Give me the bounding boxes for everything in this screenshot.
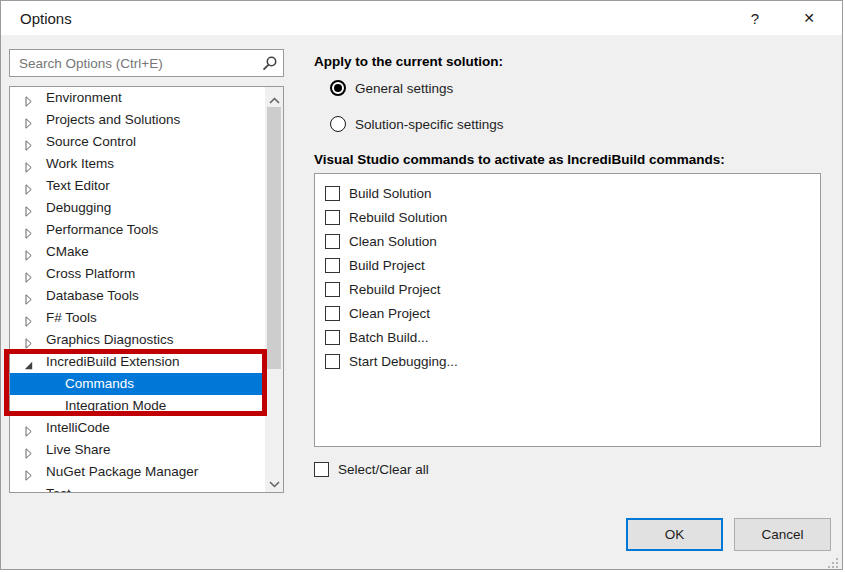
checkbox-unchecked-icon[interactable] [325,210,340,225]
command-row-rebuild-solution[interactable]: Rebuild Solution [325,205,820,229]
tree-item-database-tools[interactable]: Database Tools [10,285,265,307]
collapsed-arrow-icon[interactable] [23,246,34,257]
apply-heading: Apply to the current solution: [314,54,503,69]
tree-item-intellicode[interactable]: IntelliCode [10,417,265,439]
tree-item-source-control[interactable]: Source Control [10,131,265,153]
tree-item-label: Database Tools [46,288,139,303]
command-row-clean-project[interactable]: Clean Project [325,301,820,325]
tree-item-performance-tools[interactable]: Performance Tools [10,219,265,241]
tree-item-environment[interactable]: Environment [10,87,265,109]
command-row-start-debugging[interactable]: Start Debugging... [325,349,820,373]
collapsed-arrow-icon[interactable] [23,466,34,477]
cancel-button[interactable]: Cancel [734,518,831,551]
search-box [9,49,284,77]
command-row-batch-build[interactable]: Batch Build... [325,325,820,349]
command-label: Rebuild Project [349,282,441,297]
collapsed-arrow-icon[interactable] [23,312,34,323]
tree-item-label: Projects and Solutions [46,112,180,127]
collapsed-arrow-icon[interactable] [23,488,34,493]
tree-item-cross-platform[interactable]: Cross Platform [10,263,265,285]
tree-item-label: CMake [46,244,89,259]
scrollbar-thumb[interactable] [267,107,281,369]
select-clear-all-label: Select/Clear all [338,462,429,477]
checkbox-unchecked-icon[interactable] [325,354,340,369]
command-row-rebuild-project[interactable]: Rebuild Project [325,277,820,301]
tree-item-integration-mode[interactable]: Integration Mode [10,395,265,417]
search-icon[interactable] [261,55,278,72]
radio-option-solution-specific-settings[interactable]: Solution-specific settings [330,115,504,133]
checkbox-unchecked-icon[interactable] [325,282,340,297]
collapsed-arrow-icon[interactable] [23,290,34,301]
collapsed-arrow-icon[interactable] [23,444,34,455]
tree-item-incredibuild-extension[interactable]: IncrediBuild Extension [10,351,265,373]
radio-unselected-icon[interactable] [330,116,346,132]
tree-item-f-tools[interactable]: F# Tools [10,307,265,329]
checkbox-unchecked-icon[interactable] [325,330,340,345]
checkbox-unchecked-icon[interactable] [325,186,340,201]
close-button[interactable]: ✕ [794,5,824,32]
tree-item-label: Performance Tools [46,222,158,237]
tree-item-text-editor[interactable]: Text Editor [10,175,265,197]
tree-item-label: Cross Platform [46,266,135,281]
collapsed-arrow-icon[interactable] [23,268,34,279]
tree-item-label: Live Share [46,442,111,457]
select-clear-all-checkbox[interactable] [314,462,329,477]
command-row-clean-solution[interactable]: Clean Solution [325,229,820,253]
resize-grip-icon[interactable] [828,555,839,566]
scroll-up-icon[interactable] [265,90,283,105]
collapsed-arrow-icon[interactable] [23,136,34,147]
radio-option-label: Solution-specific settings [355,117,504,132]
tree-item-label: Test [46,486,71,493]
collapsed-arrow-icon[interactable] [23,92,34,103]
radio-option-general-settings[interactable]: General settings [330,79,453,97]
tree-item-label: Debugging [46,200,111,215]
tree-scrollbar[interactable] [265,87,283,492]
tree-item-work-items[interactable]: Work Items [10,153,265,175]
checkbox-unchecked-icon[interactable] [325,234,340,249]
tree-item-test[interactable]: Test [10,483,265,493]
help-button[interactable]: ? [740,5,770,32]
command-row-build-project[interactable]: Build Project [325,253,820,277]
radio-selected-icon[interactable] [330,80,346,96]
tree-item-label: Graphics Diagnostics [46,332,174,347]
radio-dot [334,84,342,92]
tree-item-live-share[interactable]: Live Share [10,439,265,461]
tree-item-label: Environment [46,90,122,105]
tree-item-label: Commands [65,376,134,391]
scroll-down-icon[interactable] [265,474,283,489]
ok-button[interactable]: OK [626,518,723,551]
collapsed-arrow-icon[interactable] [23,334,34,345]
command-label: Build Solution [349,186,432,201]
commands-listbox: Build SolutionRebuild SolutionClean Solu… [314,173,821,447]
command-label: Batch Build... [349,330,429,345]
tree-item-label: F# Tools [46,310,97,325]
checkbox-unchecked-icon[interactable] [325,258,340,273]
tree-item-graphics-diagnostics[interactable]: Graphics Diagnostics [10,329,265,351]
tree-item-debugging[interactable]: Debugging [10,197,265,219]
checkbox-unchecked-icon[interactable] [325,306,340,321]
options-tree: EnvironmentProjects and SolutionsSource … [9,86,284,493]
collapsed-arrow-icon[interactable] [23,114,34,125]
command-label: Rebuild Solution [349,210,447,225]
collapsed-arrow-icon[interactable] [23,158,34,169]
dialog-title: Options [20,10,72,27]
titlebar: Options ? ✕ [1,1,842,35]
command-row-build-solution[interactable]: Build Solution [325,181,820,205]
tree-items: EnvironmentProjects and SolutionsSource … [10,87,265,493]
command-label: Build Project [349,258,425,273]
tree-item-label: Source Control [46,134,136,149]
tree-item-commands[interactable]: Commands [10,373,265,395]
collapsed-arrow-icon[interactable] [23,180,34,191]
tree-item-nuget-package-manager[interactable]: NuGet Package Manager [10,461,265,483]
collapsed-arrow-icon[interactable] [23,202,34,213]
search-input[interactable] [10,50,258,76]
expanded-arrow-icon[interactable] [23,356,34,367]
select-clear-all-row[interactable]: Select/Clear all [314,460,429,478]
tree-item-label: NuGet Package Manager [46,464,198,479]
tree-item-cmake[interactable]: CMake [10,241,265,263]
collapsed-arrow-icon[interactable] [23,422,34,433]
collapsed-arrow-icon[interactable] [23,224,34,235]
commands-heading: Visual Studio commands to activate as In… [314,152,725,167]
tree-item-label: Integration Mode [65,398,166,413]
tree-item-projects-and-solutions[interactable]: Projects and Solutions [10,109,265,131]
